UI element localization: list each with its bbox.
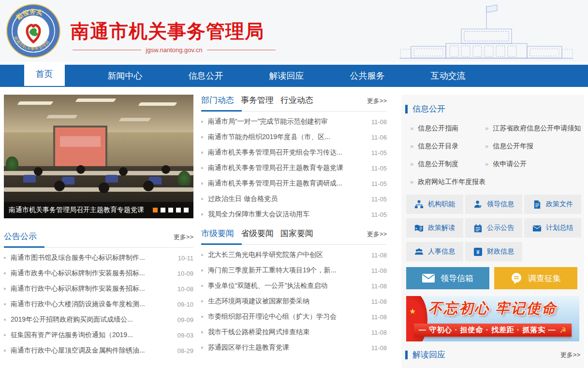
list-item[interactable]: 南通市行政中心屋顶空调及金属构件除锈油...08-29	[4, 343, 193, 358]
list-item[interactable]: 我局全力保障市重大会议活动用车11-05	[201, 207, 387, 222]
site-url-row: jgsw.nantong.gov.cn	[73, 46, 276, 54]
banner-subtitle: — 守初心 · 担使命 · 找差距 · 抓落实 —	[414, 324, 572, 337]
site-logo: 勤俭务实 南通市机关事务管理局	[6, 3, 61, 59]
survey-collection-button[interactable]: 调查征集	[494, 267, 577, 289]
chevron-icon: »	[410, 125, 413, 132]
list-item[interactable]: 2019年公开招聘政府购买岗面试成绩公...09-09	[4, 312, 193, 327]
bullet-icon	[4, 288, 6, 290]
nav-item-news[interactable]: 新闻中心	[85, 65, 165, 87]
list-item[interactable]: 事业单位“双随机、一公开”执法检查启动11-08	[201, 278, 387, 294]
list-item[interactable]: 北大长三角光电科学研究院落户中创区11-08	[201, 247, 387, 263]
shortcut-public-announcements[interactable]: 公示公告	[465, 218, 522, 238]
carousel-dots	[153, 208, 189, 212]
news-date: 08-29	[177, 347, 193, 354]
bullet-icon	[201, 331, 203, 333]
nav-item-interaction[interactable]: 互动交流	[408, 65, 488, 87]
city-news-section: 市级要闻 省级要闻 国家要闻 更多>> 北大长三角光电科学研究院落户中创区11-…	[201, 228, 387, 355]
more-link[interactable]: 更多>>	[367, 97, 387, 105]
list-item[interactable]: 南通市行政中心大楼消防设施设备年度检测...09-10	[4, 297, 193, 312]
info-disclosure-title: 信息公开	[412, 103, 445, 114]
list-item[interactable]: 生态环境两项建议被国家部委采纳11-08	[201, 294, 387, 309]
list-item[interactable]: 南通市局“一对一”完成节能示范创建初审11-08	[201, 114, 387, 129]
news-title: 南通市机关事务管理局召开主题教育调研成...	[208, 179, 365, 188]
list-item[interactable]: 海门前三季度新开工重特大项目19个，新...11-08	[201, 263, 387, 278]
tab-dept-dynamics[interactable]: 部门动态	[201, 95, 234, 106]
photo-chair	[23, 175, 36, 183]
photo-person	[99, 183, 109, 193]
list-item[interactable]: 南通市图书馆及综合服务中心标识标牌制作...10-11	[4, 250, 193, 266]
list-item[interactable]: 苏通园区举行主题教育党课11-08	[201, 340, 387, 355]
news-date: 11-06	[371, 134, 387, 141]
dept-news-section: 部门动态 事务管理 行业动态 更多>> 南通市局“一对一”完成节能示范创建初审1…	[201, 95, 387, 222]
photo-light	[17, 101, 54, 105]
more-link[interactable]: 更多>>	[367, 230, 387, 239]
link-info-system[interactable]: »信息公开制度	[410, 160, 485, 169]
news-title: 南通市行政中心标识标牌制作安装服务招标...	[11, 284, 171, 293]
shortcut-policy-documents[interactable]: 政策文件	[524, 195, 581, 214]
link-info-catalog[interactable]: »信息公开目录	[410, 142, 485, 151]
list-item[interactable]: 市委组织部召开理论中心组（扩大）学习会11-08	[201, 309, 387, 325]
carousel-caption: 南通市机关事务管理局召开主题教育专题党课	[9, 206, 144, 214]
more-link[interactable]: 更多>>	[174, 233, 193, 241]
nav-item-info-disclosure[interactable]: 信息公开	[165, 65, 246, 87]
bullet-icon	[4, 303, 6, 305]
news-title: 我局全力保障市重大会议活动用车	[208, 210, 365, 219]
tab-affairs-management[interactable]: 事务管理	[241, 95, 274, 106]
tab-industry-dynamics[interactable]: 行业动态	[280, 95, 313, 106]
person-star-icon	[473, 200, 483, 209]
bullet-icon	[201, 198, 203, 200]
photo-light	[46, 115, 78, 118]
document-icon	[532, 200, 542, 209]
link-province-application-notes[interactable]: »江苏省政府信息公开申请须知	[485, 124, 581, 133]
link-application-disclosure[interactable]: »依申请公开	[485, 160, 527, 169]
bullet-icon	[201, 300, 203, 302]
tab-city-news[interactable]: 市级要闻	[201, 228, 234, 239]
news-title: 2019年公开招聘政府购买岗面试成绩公...	[11, 315, 171, 324]
banner-title: 不忘初心 牢记使命	[406, 299, 579, 318]
carousel-dot[interactable]	[161, 208, 165, 212]
tab-notices[interactable]: 公告公示	[4, 231, 37, 242]
tab-province-news[interactable]: 省级要闻	[241, 228, 274, 239]
tab-national-news[interactable]: 国家要闻	[280, 228, 313, 239]
carousel-dot[interactable]	[184, 208, 189, 212]
news-title: 海门前三季度新开工重特大项目19个，新...	[208, 266, 365, 275]
chevron-icon: »	[410, 178, 413, 185]
link-annual-report[interactable]: »信息公开年报	[485, 142, 533, 151]
list-item[interactable]: 南通市政务中心标识标牌制作安装服务招标...10-09	[4, 266, 193, 281]
section-marker	[405, 105, 408, 113]
list-item[interactable]: 南通市机关事务管理局召开主题教育专题党课11-05	[201, 160, 387, 176]
carousel-dot[interactable]	[168, 208, 173, 212]
list-item[interactable]: 南通市机关事务管理局召开党组会学习传达...11-05	[201, 145, 387, 160]
shortcut-personnel-info[interactable]: 人事信息	[406, 242, 463, 261]
news-carousel[interactable]: 南通市机关事务管理局召开主题教育专题党课	[4, 95, 193, 218]
carousel-dot[interactable]	[176, 208, 181, 212]
photo-projection-screen	[53, 126, 107, 168]
shortcut-leader-info[interactable]: 领导信息	[465, 195, 522, 214]
shortcut-org-functions[interactable]: 机构职能	[406, 195, 463, 214]
news-date: 09-03	[177, 332, 193, 339]
carousel-dot[interactable]	[153, 208, 158, 212]
news-title: 市委组织部召开理论中心组（扩大）学习会	[208, 312, 365, 321]
theme-education-banner[interactable]: 不忘初心 牢记使命 — 守初心 · 担使命 · 找差距 · 抓落实 —	[406, 296, 579, 341]
list-item[interactable]: 南通市行政中心标识标牌制作安装服务招标...10-08	[4, 281, 193, 297]
news-date: 11-08	[371, 298, 387, 305]
shortcut-policy-interpretation[interactable]: 政策解读	[406, 218, 463, 238]
news-title: 事业单位“双随机、一公开”执法检查启动	[208, 282, 365, 290]
list-item[interactable]: 过政治生日 做合格党员11-05	[201, 191, 387, 207]
bullet-icon	[201, 121, 203, 123]
shortcut-fiscal-info[interactable]: ¥ 财政信息	[465, 242, 522, 261]
link-info-guide[interactable]: »信息公开指南	[410, 124, 485, 133]
list-item[interactable]: 南通市机关事务管理局召开主题教育调研成...11-05	[201, 176, 387, 191]
list-item[interactable]: 征集国有资产评估服务询价通知（2019...09-03	[4, 327, 193, 343]
leader-mailbox-button[interactable]: 领导信箱	[406, 267, 489, 289]
list-item[interactable]: 南通市节能办组织2019年度县（市、区...11-06	[201, 129, 387, 145]
photo-light	[75, 99, 117, 102]
link-website-annual-report[interactable]: »政府网站工作年度报表	[410, 178, 485, 186]
more-link[interactable]: 更多>>	[560, 351, 580, 359]
chevron-icon: »	[485, 125, 488, 132]
nav-item-interpretation[interactable]: 解读回应	[246, 65, 327, 87]
list-item[interactable]: 我市干线公路桥梁拉网式排查结束11-08	[201, 325, 387, 340]
shortcut-plans-summaries[interactable]: 计划总结	[524, 218, 581, 238]
nav-item-home[interactable]: 首页	[4, 65, 85, 87]
nav-item-public-service[interactable]: 公共服务	[327, 65, 408, 87]
